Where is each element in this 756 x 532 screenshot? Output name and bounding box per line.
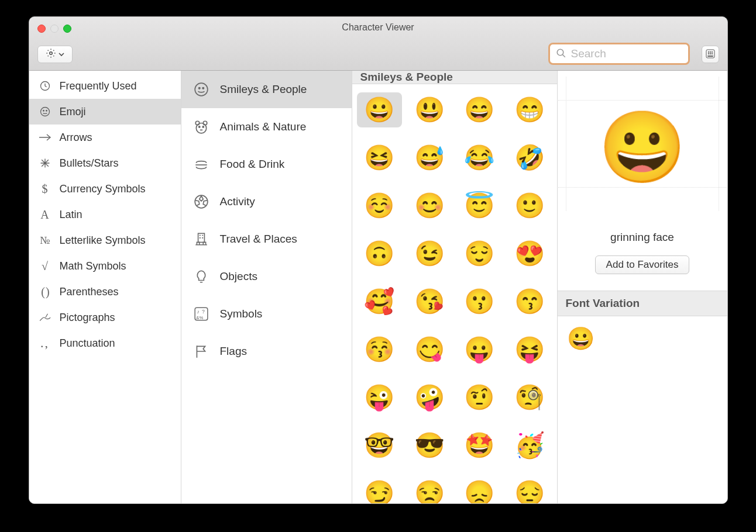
- emoji-cell[interactable]: 😅: [407, 140, 452, 175]
- emoji-cell[interactable]: 🤣: [507, 140, 552, 175]
- sidebar-item-label: Currency Symbols: [60, 183, 146, 195]
- category-item-animals-nature[interactable]: Animals & Nature: [181, 108, 352, 146]
- collapse-viewer-button[interactable]: [702, 46, 719, 63]
- emoji-cell[interactable]: 🤨: [457, 380, 503, 415]
- svg-point-16: [195, 83, 208, 96]
- category-item-label: Smileys & People: [220, 83, 307, 96]
- comma-icon: .,: [39, 337, 51, 350]
- emoji-cell[interactable]: 😝: [507, 332, 552, 367]
- sidebar-item-math-symbols[interactable]: √Math Symbols: [29, 253, 181, 279]
- svg-point-13: [43, 110, 44, 112]
- emoji-cell[interactable]: 😚: [357, 332, 403, 367]
- bulb-icon: [193, 268, 209, 285]
- emoji-cell[interactable]: 😋: [407, 332, 452, 367]
- category-item-food-drink[interactable]: Food & Drink: [181, 146, 352, 183]
- emoji-cell[interactable]: 😏: [357, 476, 403, 503]
- svg-point-9: [712, 53, 713, 54]
- smile-icon: [193, 81, 209, 98]
- sidebar-item-frequently-used[interactable]: Frequently Used: [29, 73, 181, 99]
- category-column: Smileys & PeopleAnimals & NatureFood & D…: [181, 71, 352, 503]
- category-item-symbols[interactable]: ♪?&%Symbols: [181, 295, 352, 333]
- category-item-activity[interactable]: Activity: [181, 183, 352, 220]
- emoji-grid: 😀😃😄😁😆😅😂🤣☺️😊😇🙂🙃😉😌😍🥰😘😗😙😚😋😛😝😜🤪🤨🧐🤓😎🤩🥳😏😒😞😔: [352, 84, 557, 503]
- emoji-cell[interactable]: ☺️: [357, 188, 403, 223]
- emoji-cell[interactable]: 🥰: [357, 284, 403, 319]
- category-item-smileys-people[interactable]: Smileys & People: [181, 71, 352, 108]
- emoji-cell[interactable]: 😇: [457, 188, 503, 223]
- search-field[interactable]: [548, 43, 690, 65]
- emoji-cell[interactable]: 😙: [507, 284, 552, 319]
- sidebar-item-emoji[interactable]: Emoji: [29, 99, 181, 125]
- emoji-cell[interactable]: 😉: [407, 236, 452, 271]
- emoji-cell[interactable]: 🙂: [507, 188, 552, 223]
- emoji-cell[interactable]: 😜: [357, 380, 403, 415]
- emoji-cell[interactable]: 😞: [457, 476, 503, 503]
- emoji-cell[interactable]: 🤓: [357, 428, 403, 463]
- sidebar-item-label: Punctuation: [60, 337, 115, 350]
- svg-text:?: ?: [202, 309, 205, 315]
- emoji-cell[interactable]: 😍: [507, 236, 552, 271]
- sidebar-item-label: Letterlike Symbols: [60, 234, 146, 247]
- sidebar-item-label: Parentheses: [60, 286, 119, 298]
- building-icon: [193, 231, 209, 247]
- sidebar-item-letterlike-symbols[interactable]: №Letterlike Symbols: [29, 227, 181, 253]
- clock-icon: [39, 80, 51, 92]
- emoji-cell[interactable]: 😌: [457, 236, 503, 271]
- emoji-cell[interactable]: 😂: [457, 140, 503, 175]
- svg-point-0: [49, 52, 52, 55]
- category-item-label: Flags: [220, 345, 247, 358]
- emoji-cell[interactable]: 🤩: [457, 428, 503, 463]
- svg-point-7: [708, 53, 709, 54]
- svg-text:&%: &%: [196, 315, 203, 320]
- sidebar-item-label: Frequently Used: [60, 80, 137, 92]
- svg-point-8: [710, 53, 711, 54]
- body: Frequently UsedEmojiArrowsBullets/Stars$…: [29, 71, 727, 503]
- search-icon: [556, 48, 566, 60]
- sidebar-item-currency-symbols[interactable]: $Currency Symbols: [29, 176, 181, 202]
- search-input[interactable]: [570, 47, 711, 61]
- burger-icon: [193, 156, 209, 172]
- sidebar-item-pictographs[interactable]: Pictographs: [29, 305, 181, 330]
- emoji-cell[interactable]: 😒: [407, 476, 452, 503]
- window: Character Viewer: [29, 16, 728, 504]
- category-item-travel-places[interactable]: Travel & Places: [181, 220, 352, 258]
- font-variation-glyph[interactable]: 😀: [567, 326, 595, 351]
- emoji-cell[interactable]: 😆: [357, 140, 403, 175]
- category-item-flags[interactable]: Flags: [181, 333, 352, 370]
- svg-rect-10: [707, 56, 713, 57]
- preview-glyph: 😀: [599, 112, 686, 182]
- soccer-icon: [193, 194, 209, 210]
- sidebar-item-latin[interactable]: ALatin: [29, 202, 181, 227]
- emoji-cell[interactable]: 😔: [507, 476, 552, 503]
- gear-icon: [46, 48, 56, 61]
- sidebar-item-punctuation[interactable]: .,Punctuation: [29, 330, 181, 356]
- emoji-cell[interactable]: 🤪: [407, 380, 452, 415]
- add-to-favorites-button[interactable]: Add to Favorites: [595, 255, 690, 274]
- category-item-label: Animals & Nature: [220, 120, 307, 133]
- svg-point-1: [557, 49, 563, 56]
- sidebar-item-arrows[interactable]: Arrows: [29, 125, 181, 150]
- emoji-cell[interactable]: 😗: [457, 284, 503, 319]
- svg-rect-26: [198, 233, 204, 242]
- sidebar-item-label: Emoji: [60, 106, 86, 118]
- category-item-objects[interactable]: Objects: [181, 258, 352, 295]
- emoji-cell[interactable]: 🧐: [507, 380, 552, 415]
- No-icon: №: [39, 234, 51, 247]
- emoji-cell[interactable]: 😃: [407, 92, 452, 127]
- window-title: Character Viewer: [29, 22, 727, 33]
- emoji-cell[interactable]: 🙃: [357, 236, 403, 271]
- emoji-cell[interactable]: 😎: [407, 428, 452, 463]
- sidebar-item-bullets-stars[interactable]: Bullets/Stars: [29, 150, 181, 176]
- settings-menu-button[interactable]: [37, 46, 73, 63]
- emoji-cell[interactable]: 😁: [507, 92, 552, 127]
- svg-point-5: [710, 51, 711, 53]
- emoji-cell[interactable]: 😛: [457, 332, 503, 367]
- emoji-cell[interactable]: 🥳: [507, 428, 552, 463]
- emoji-cell[interactable]: 😘: [407, 284, 452, 319]
- sidebar-item-parentheses[interactable]: ( )Parentheses: [29, 279, 181, 305]
- emoji-cell[interactable]: 😀: [357, 92, 403, 127]
- emoji-cell[interactable]: 😊: [407, 188, 452, 223]
- svg-text:♪: ♪: [197, 309, 199, 315]
- emoji-cell[interactable]: 😄: [457, 92, 503, 127]
- sidebar-item-label: Pictographs: [60, 312, 115, 324]
